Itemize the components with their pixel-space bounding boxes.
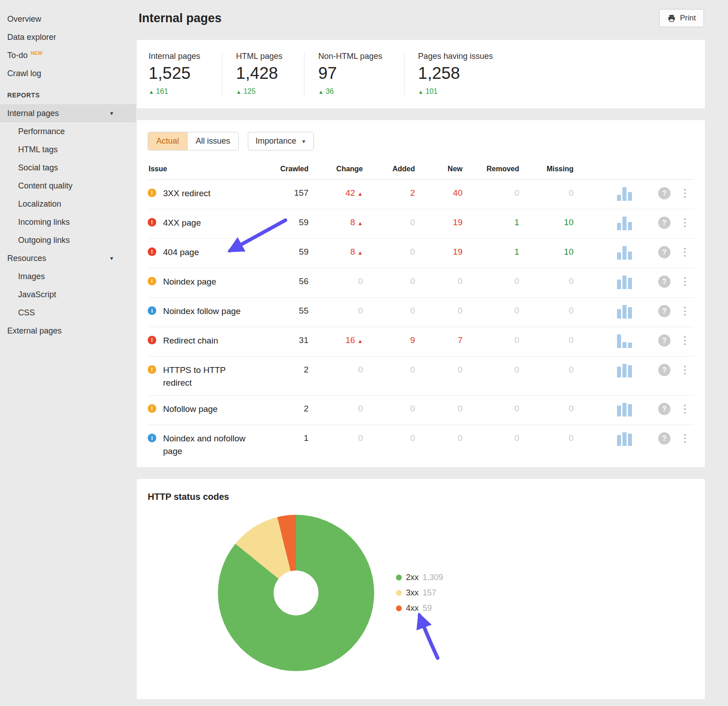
help-cell: ? bbox=[642, 403, 676, 415]
sidebar-item-resources[interactable]: Resources▼ bbox=[0, 249, 136, 267]
sidebar-item-internal-pages[interactable]: Internal pages▼ bbox=[0, 104, 136, 122]
legend-item-2xx[interactable]: 2xx1,309 bbox=[396, 573, 443, 582]
issue-name-link[interactable]: Noindex page bbox=[163, 276, 216, 288]
issue-name-link[interactable]: Noindex follow page bbox=[163, 305, 241, 318]
help-icon[interactable]: ? bbox=[658, 246, 670, 258]
sidebar-item-incoming-links[interactable]: Incoming links bbox=[0, 213, 136, 231]
kebab-menu-icon[interactable]: ⋮ bbox=[680, 403, 690, 415]
issue-cell: !Redirect chain bbox=[148, 334, 275, 347]
issue-row-noindex-follow-page[interactable]: iNoindex follow page5500000?⋮ bbox=[148, 298, 694, 327]
sidebar-item-localization[interactable]: Localization bbox=[0, 195, 136, 213]
crawled-cell: 2 bbox=[275, 403, 311, 415]
kebab-menu-icon[interactable]: ⋮ bbox=[680, 276, 690, 288]
column-header-issue: Issue bbox=[148, 165, 275, 173]
importance-dropdown[interactable]: Importance ▼ bbox=[248, 132, 314, 150]
history-chart-cell bbox=[576, 305, 642, 320]
help-icon[interactable]: ? bbox=[658, 305, 670, 317]
sidebar-item-outgoing-links[interactable]: Outgoing links bbox=[0, 231, 136, 249]
kebab-menu-icon[interactable]: ⋮ bbox=[680, 217, 690, 229]
issue-row-noindex-page[interactable]: !Noindex page5600000?⋮ bbox=[148, 268, 694, 298]
missing-cell: 0 bbox=[522, 276, 576, 288]
stat-label: Pages having issues bbox=[418, 52, 493, 61]
issue-row-404-page[interactable]: !404 page598 ▲019110?⋮ bbox=[148, 239, 694, 268]
issue-row-noindex-and-nofollow-page[interactable]: iNoindex and nofollow page100000?⋮ bbox=[148, 425, 694, 464]
help-icon[interactable]: ? bbox=[658, 364, 670, 376]
warning-icon: ! bbox=[148, 277, 156, 285]
sidebar-item-css[interactable]: CSS bbox=[0, 304, 136, 322]
sidebar-item-social-tags[interactable]: Social tags bbox=[0, 159, 136, 177]
added-cell: 9 bbox=[366, 334, 418, 347]
kebab-menu-icon[interactable]: ⋮ bbox=[680, 334, 690, 347]
new-cell: 40 bbox=[418, 187, 465, 199]
help-icon[interactable]: ? bbox=[658, 432, 670, 445]
issue-row-nofollow-page[interactable]: !Nofollow page200000?⋮ bbox=[148, 396, 694, 425]
help-icon[interactable]: ? bbox=[658, 187, 670, 199]
issue-name-link[interactable]: Nofollow page bbox=[163, 403, 217, 416]
stat-value: 1,258 bbox=[418, 64, 493, 83]
new-cell: 0 bbox=[418, 432, 465, 445]
help-icon[interactable]: ? bbox=[658, 334, 670, 347]
issue-name-link[interactable]: Noindex and nofollow page bbox=[163, 432, 254, 457]
issue-name-link[interactable]: Redirect chain bbox=[163, 334, 218, 347]
sidebar-item-label: Crawl log bbox=[7, 69, 41, 78]
sidebar-item-label: Data explorer bbox=[7, 33, 56, 42]
issues-table-body: !3XX redirect15742 ▲24000?⋮!4XX page598 … bbox=[148, 180, 694, 464]
legend-value: 59 bbox=[423, 604, 432, 613]
missing-cell: 0 bbox=[522, 187, 576, 199]
sidebar-item-external-pages[interactable]: External pages bbox=[0, 322, 136, 340]
history-chart-cell bbox=[576, 246, 642, 261]
kebab-menu-icon[interactable]: ⋮ bbox=[680, 432, 690, 445]
issue-row-https-to-http-redirect[interactable]: !HTTPS to HTTP redirect200000?⋮ bbox=[148, 357, 694, 396]
help-icon[interactable]: ? bbox=[658, 217, 670, 229]
sidebar-item-images[interactable]: Images bbox=[0, 267, 136, 285]
history-mini-chart bbox=[617, 305, 632, 319]
help-icon[interactable]: ? bbox=[658, 276, 670, 288]
sidebar-item-content-quality[interactable]: Content quality bbox=[0, 177, 136, 195]
up-triangle-icon: ▲ bbox=[357, 220, 363, 227]
print-button[interactable]: Print bbox=[659, 9, 704, 27]
chevron-down-icon: ▼ bbox=[109, 256, 114, 261]
sidebar-item-html-tags[interactable]: HTML tags bbox=[0, 140, 136, 159]
legend-item-3xx[interactable]: 3xx157 bbox=[396, 588, 443, 598]
warning-icon: ! bbox=[148, 189, 156, 197]
warning-icon: ! bbox=[148, 365, 156, 374]
kebab-menu-icon[interactable]: ⋮ bbox=[680, 187, 690, 199]
sidebar-item-overview[interactable]: Overview bbox=[0, 10, 136, 28]
removed-cell: 0 bbox=[465, 364, 522, 376]
issue-name-link[interactable]: 404 page bbox=[163, 246, 199, 259]
up-triangle-icon: ▲ bbox=[236, 89, 241, 95]
sidebar-item-javascript[interactable]: JavaScript bbox=[0, 285, 136, 304]
issue-cell: !3XX redirect bbox=[148, 187, 275, 200]
issue-name-link[interactable]: HTTPS to HTTP redirect bbox=[163, 364, 254, 389]
issue-cell: !HTTPS to HTTP redirect bbox=[148, 364, 275, 389]
http-status-panel: HTTP status codes 2xx1,3093xx1574xx59 bbox=[137, 479, 705, 699]
issue-cell: iNoindex and nofollow page bbox=[148, 432, 275, 457]
added-cell: 0 bbox=[366, 217, 418, 229]
issue-row-redirect-chain[interactable]: !Redirect chain3116 ▲9700?⋮ bbox=[148, 327, 694, 357]
sidebar-item-label: Images bbox=[18, 272, 45, 281]
help-cell: ? bbox=[642, 217, 676, 229]
stat-label: Internal pages bbox=[149, 52, 200, 61]
issue-row-4xx-page[interactable]: !4XX page598 ▲019110?⋮ bbox=[148, 209, 694, 239]
issue-row-3xx-redirect[interactable]: !3XX redirect15742 ▲24000?⋮ bbox=[148, 180, 694, 209]
issue-name-link[interactable]: 3XX redirect bbox=[163, 187, 211, 200]
issue-name-link[interactable]: 4XX page bbox=[163, 217, 201, 229]
sidebar-item-to-do[interactable]: To-doNEW bbox=[0, 46, 136, 64]
legend-item-4xx[interactable]: 4xx59 bbox=[396, 604, 443, 613]
kebab-menu-icon[interactable]: ⋮ bbox=[680, 305, 690, 317]
change-cell: 16 ▲ bbox=[311, 334, 366, 347]
error-icon: ! bbox=[148, 336, 156, 344]
kebab-menu-icon[interactable]: ⋮ bbox=[680, 246, 690, 258]
tab-actual[interactable]: Actual bbox=[148, 132, 187, 150]
sidebar-item-label: Internal pages bbox=[7, 109, 59, 118]
sidebar-item-performance[interactable]: Performance bbox=[0, 122, 136, 140]
crawled-cell: 59 bbox=[275, 217, 311, 229]
help-icon[interactable]: ? bbox=[658, 403, 670, 415]
kebab-menu-icon[interactable]: ⋮ bbox=[680, 364, 690, 376]
sidebar-item-crawl-log[interactable]: Crawl log bbox=[0, 64, 136, 82]
change-cell: 0 bbox=[311, 305, 366, 317]
tab-all-issues[interactable]: All issues bbox=[187, 132, 238, 150]
sidebar-item-data-explorer[interactable]: Data explorer bbox=[0, 28, 136, 46]
menu-cell: ⋮ bbox=[676, 246, 694, 258]
stats-row: Internal pages1,525▲ 161HTML pages1,428▲… bbox=[137, 52, 705, 96]
